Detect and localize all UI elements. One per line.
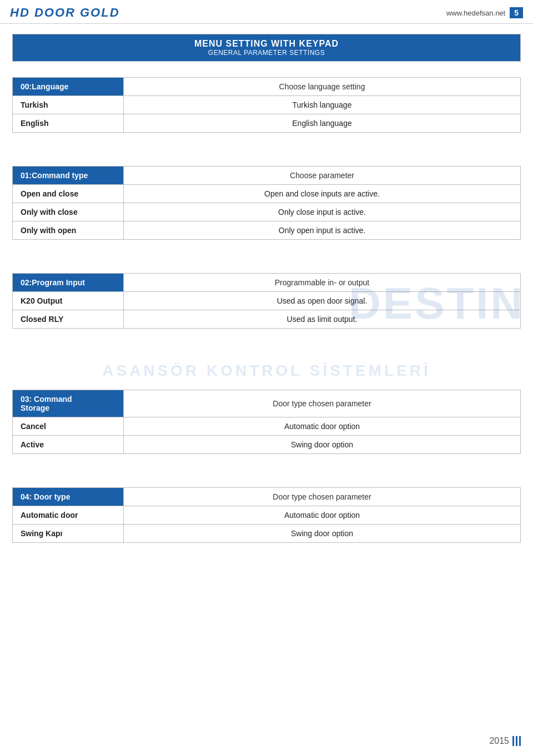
table-00: 00:Language Choose language setting Turk… bbox=[12, 77, 521, 133]
row-label: 04: Door type bbox=[13, 488, 124, 506]
table-row: English English language bbox=[13, 114, 521, 133]
table-row: Automatic door Automatic door option bbox=[13, 506, 521, 525]
main-content: MENU SETTING WITH KEYPAD GENERAL PARAMET… bbox=[0, 24, 533, 598]
logo: HD DOOR GOLD bbox=[10, 6, 120, 20]
watermark-text: ASANSÖR KONTROL SİSTEMLERİ bbox=[102, 362, 431, 379]
row-desc: Used as open door signal. bbox=[124, 292, 521, 310]
title-main: MENU SETTING WITH KEYPAD bbox=[21, 39, 512, 49]
row-desc: Door type chosen parameter bbox=[124, 488, 521, 506]
row-label: Open and close bbox=[13, 185, 124, 203]
section-00: 00:Language Choose language setting Turk… bbox=[12, 77, 521, 148]
row-desc: Open and close inputs are active. bbox=[124, 185, 521, 203]
table-row: 00:Language Choose language setting bbox=[13, 78, 521, 96]
table-row: K20 Output Used as open door signal. bbox=[13, 292, 521, 310]
table-row: Turkish Turkish language bbox=[13, 96, 521, 114]
row-label: Turkish bbox=[13, 96, 124, 114]
table-row: 03: Command Storage Door type chosen par… bbox=[13, 390, 521, 417]
table-row: 02:Program Input Programmable in- or out… bbox=[13, 274, 521, 292]
row-desc: Only open input is active. bbox=[124, 221, 521, 240]
table-02: 02:Program Input Programmable in- or out… bbox=[12, 273, 521, 329]
row-desc: English language bbox=[124, 114, 521, 133]
row-label: Swing Kapı bbox=[13, 525, 124, 543]
table-row: Only with close Only close input is acti… bbox=[13, 203, 521, 221]
row-label: Cancel bbox=[13, 417, 124, 436]
page-header: HD DOOR GOLD www.hedefsan.net 5 bbox=[0, 0, 533, 24]
section-04: 04: Door type Door type chosen parameter… bbox=[12, 487, 521, 558]
row-desc: Used as limit output. bbox=[124, 310, 521, 329]
page-footer: 2015 bbox=[489, 736, 521, 746]
section-02: 02:Program Input Programmable in- or out… bbox=[12, 273, 521, 344]
table-row: Active Swing door option bbox=[13, 436, 521, 454]
title-table: MENU SETTING WITH KEYPAD GENERAL PARAMET… bbox=[12, 34, 521, 62]
header-right: www.hedefsan.net 5 bbox=[446, 7, 523, 18]
row-desc: Swing door option bbox=[124, 525, 521, 543]
table-row: Cancel Automatic door option bbox=[13, 417, 521, 436]
row-label: Closed RLY bbox=[13, 310, 124, 329]
table-03: 03: Command Storage Door type chosen par… bbox=[12, 390, 521, 454]
table-01: 01:Command type Choose parameter Open an… bbox=[12, 166, 521, 240]
section-01: 01:Command type Choose parameter Open an… bbox=[12, 166, 521, 255]
section-03: 03: Command Storage Door type chosen par… bbox=[12, 390, 521, 470]
row-label: English bbox=[13, 114, 124, 133]
row-label: 01:Command type bbox=[13, 167, 124, 185]
row-desc: Door type chosen parameter bbox=[124, 390, 521, 417]
footer-lines bbox=[512, 736, 521, 746]
table-row: Swing Kapı Swing door option bbox=[13, 525, 521, 543]
row-label: Only with close bbox=[13, 203, 124, 221]
page-number: 5 bbox=[510, 7, 523, 18]
footer-year: 2015 bbox=[489, 736, 509, 746]
row-label: Automatic door bbox=[13, 506, 124, 525]
table-row: Only with open Only open input is active… bbox=[13, 221, 521, 240]
row-desc: Automatic door option bbox=[124, 417, 521, 436]
row-desc: Automatic door option bbox=[124, 506, 521, 525]
row-desc: Programmable in- or output bbox=[124, 274, 521, 292]
table-row: 04: Door type Door type chosen parameter bbox=[13, 488, 521, 506]
row-label: 00:Language bbox=[13, 78, 124, 96]
row-label: Only with open bbox=[13, 221, 124, 240]
row-label: Active bbox=[13, 436, 124, 454]
row-label: K20 Output bbox=[13, 292, 124, 310]
title-sub: GENERAL PARAMETER SETTİNGS bbox=[21, 49, 512, 57]
footer-line-2 bbox=[516, 736, 517, 746]
row-desc: Choose language setting bbox=[124, 78, 521, 96]
table-row: Closed RLY Used as limit output. bbox=[13, 310, 521, 329]
watermark-band: ASANSÖR KONTROL SİSTEMLERİ bbox=[12, 362, 521, 380]
website-label: www.hedefsan.net bbox=[446, 9, 505, 17]
table-04: 04: Door type Door type chosen parameter… bbox=[12, 487, 521, 543]
row-label: 02:Program Input bbox=[13, 274, 124, 292]
row-desc: Choose parameter bbox=[124, 167, 521, 185]
row-label: 03: Command Storage bbox=[13, 390, 124, 417]
row-desc: Only close input is active. bbox=[124, 203, 521, 221]
row-desc: Swing door option bbox=[124, 436, 521, 454]
table-row: Open and close Open and close inputs are… bbox=[13, 185, 521, 203]
table-row: 01:Command type Choose parameter bbox=[13, 167, 521, 185]
row-desc: Turkish language bbox=[124, 96, 521, 114]
footer-line-3 bbox=[519, 736, 521, 746]
footer-line-1 bbox=[512, 736, 514, 746]
